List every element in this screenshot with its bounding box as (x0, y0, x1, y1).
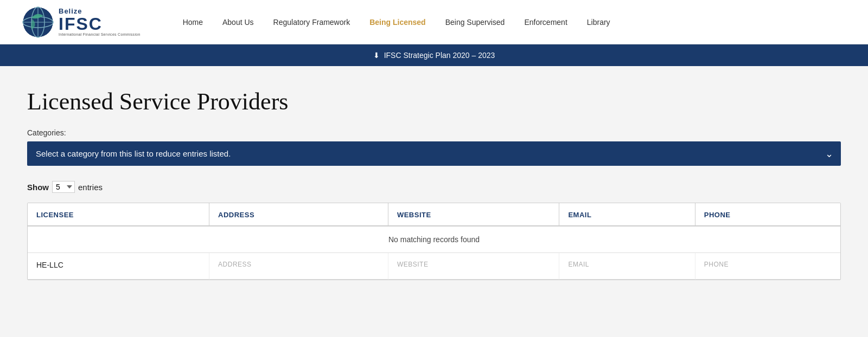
logo[interactable]: Belize IFSC International Financial Serv… (22, 6, 141, 38)
col-header-licensee: LICENSEE (28, 203, 209, 226)
entries-per-page-select[interactable]: 5 10 25 50 (52, 181, 75, 193)
announcement-text: IFSC Strategic Plan 2020 – 2023 (384, 51, 495, 60)
download-icon: ⬇ (373, 51, 380, 60)
nav-item-being-licensed[interactable]: Being Licensed (360, 0, 435, 44)
main-content: Licensed Service Providers Categories: S… (0, 66, 868, 313)
nav-item-regulatory-framework[interactable]: Regulatory Framework (264, 0, 360, 44)
logo-text: Belize IFSC International Financial Serv… (59, 8, 141, 37)
no-records-row: No matching records found (28, 226, 840, 253)
cell-address: ADDRESS (209, 253, 388, 280)
categories-label: Categories: (27, 128, 841, 137)
logo-icon (22, 6, 54, 38)
cell-website: WEBSITE (388, 253, 559, 280)
website-value: WEBSITE (397, 261, 551, 268)
table-header-row: LICENSEE ADDRESS WEBSITE EMAIL PHONE (28, 203, 840, 226)
nav-item-enforcement[interactable]: Enforcement (514, 0, 577, 44)
col-header-website: WEBSITE (388, 203, 559, 226)
col-header-address: ADDRESS (209, 203, 388, 226)
logo-sub-text: International Financial Services Commiss… (59, 33, 141, 37)
nav-item-library[interactable]: Library (577, 0, 620, 44)
licensee-name: HE-LLC (36, 261, 200, 269)
show-label: Show (27, 183, 49, 192)
address-value: ADDRESS (218, 261, 379, 268)
licensee-table-wrapper: LICENSEE ADDRESS WEBSITE EMAIL PHONE No … (27, 203, 841, 280)
logo-ifsc-text: IFSC (59, 15, 141, 33)
no-records-message: No matching records found (28, 226, 840, 253)
announcement-bar[interactable]: ⬇ IFSC Strategic Plan 2020 – 2023 (0, 44, 868, 66)
licensee-table: LICENSEE ADDRESS WEBSITE EMAIL PHONE No … (28, 203, 840, 280)
col-header-phone: PHONE (695, 203, 840, 226)
show-entries-control: Show 5 10 25 50 entries (27, 181, 841, 193)
site-header: Belize IFSC International Financial Serv… (0, 0, 868, 44)
phone-value: PHONE (704, 261, 832, 268)
cell-licensee: HE-LLC (28, 253, 209, 280)
table-row: HE-LLC ADDRESS WEBSITE EMAIL PHONE (28, 253, 840, 280)
col-header-email: EMAIL (559, 203, 695, 226)
email-value: EMAIL (568, 261, 686, 268)
cell-email: EMAIL (559, 253, 695, 280)
category-select[interactable]: Select a category from this list to redu… (27, 141, 841, 166)
nav-item-home[interactable]: Home (173, 0, 213, 44)
nav-item-being-supervised[interactable]: Being Supervised (436, 0, 515, 44)
nav-item-about-us[interactable]: About Us (213, 0, 264, 44)
entries-label: entries (78, 183, 103, 192)
page-title: Licensed Service Providers (27, 88, 841, 115)
category-select-wrapper: Select a category from this list to redu… (27, 141, 841, 166)
cell-phone: PHONE (695, 253, 840, 280)
main-nav: Home About Us Regulatory Framework Being… (173, 0, 620, 44)
